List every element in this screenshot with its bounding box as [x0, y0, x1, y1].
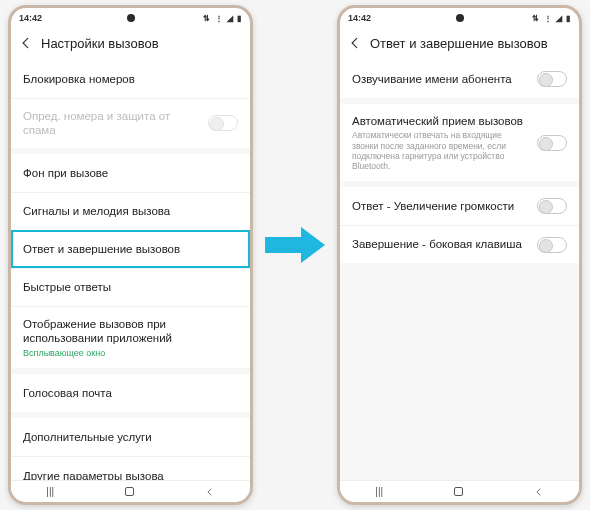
label: Ответ и завершение вызовов [23, 242, 238, 256]
arrow-icon [263, 225, 327, 265]
row-call-background[interactable]: Фон при вызове [11, 154, 250, 192]
page-title: Настройки вызовов [41, 36, 159, 51]
label: Голосовая почта [23, 386, 238, 400]
label: Блокировка номеров [23, 72, 238, 86]
status-time: 14:42 [348, 13, 371, 23]
row-auto-answer[interactable]: Автоматический прием вызовов Автоматичес… [340, 104, 579, 181]
title-bar: Настройки вызовов [11, 28, 250, 60]
toggle-volume-up[interactable] [537, 198, 567, 214]
settings-list[interactable]: Блокировка номеров Опред. номера и защит… [11, 60, 250, 480]
back-icon[interactable] [17, 34, 35, 52]
label: Дополнительные услуги [23, 430, 238, 444]
nav-back-icon[interactable] [205, 487, 215, 497]
phone-right: 14:42 ⇅ ⋮ ◢ ▮ Ответ и завершение вызовов… [337, 5, 582, 505]
label: Озвучивание имени абонента [352, 72, 529, 86]
nav-back-icon[interactable] [534, 487, 544, 497]
title-bar: Ответ и завершение вызовов [340, 28, 579, 60]
status-icons: ⇅ ⋮ ◢ ▮ [203, 14, 242, 23]
label: Опред. номера и защита от спама [23, 109, 200, 138]
row-other-params[interactable]: Другие параметры вызова [11, 456, 250, 480]
row-block-numbers[interactable]: Блокировка номеров [11, 60, 250, 98]
label: Другие параметры вызова [23, 469, 238, 480]
row-spam-protection: Опред. номера и защита от спама [11, 98, 250, 148]
front-camera [456, 14, 464, 22]
row-answer-volume-up[interactable]: Ответ - Увеличение громкости [340, 187, 579, 225]
page-title: Ответ и завершение вызовов [370, 36, 548, 51]
sublabel: Автоматически отвечать на входящие звонк… [352, 130, 529, 171]
nav-bar: ||| [340, 480, 579, 502]
row-voicemail[interactable]: Голосовая почта [11, 374, 250, 412]
row-announce-caller[interactable]: Озвучивание имени абонента [340, 60, 579, 98]
toggle-spam [208, 115, 238, 131]
row-answer-end-calls[interactable]: Ответ и завершение вызовов [11, 230, 250, 268]
nav-recents-icon[interactable]: ||| [375, 486, 383, 497]
phone-left: 14:42 ⇅ ⋮ ◢ ▮ Настройки вызовов Блокиров… [8, 5, 253, 505]
front-camera [127, 14, 135, 22]
toggle-auto-answer[interactable] [537, 135, 567, 151]
label: Автоматический прием вызовов [352, 114, 529, 128]
label: Отображение вызовов при использовании пр… [23, 317, 238, 346]
settings-list[interactable]: Озвучивание имени абонента Автоматически… [340, 60, 579, 480]
status-time: 14:42 [19, 13, 42, 23]
label: Сигналы и мелодия вызова [23, 204, 238, 218]
nav-home-icon[interactable] [454, 487, 463, 496]
row-extra-services[interactable]: Дополнительные услуги [11, 418, 250, 456]
label: Быстрые ответы [23, 280, 238, 294]
row-call-display[interactable]: Отображение вызовов при использовании пр… [11, 306, 250, 369]
row-quick-replies[interactable]: Быстрые ответы [11, 268, 250, 306]
label: Ответ - Увеличение громкости [352, 199, 529, 213]
nav-recents-icon[interactable]: ||| [46, 486, 54, 497]
row-ringtones[interactable]: Сигналы и мелодия вызова [11, 192, 250, 230]
back-icon[interactable] [346, 34, 364, 52]
row-end-side-key[interactable]: Завершение - боковая клавиша [340, 225, 579, 263]
toggle-side-key[interactable] [537, 237, 567, 253]
label: Фон при вызове [23, 166, 238, 180]
sublabel: Всплывающее окно [23, 348, 238, 359]
label: Завершение - боковая клавиша [352, 237, 529, 251]
status-icons: ⇅ ⋮ ◢ ▮ [532, 14, 571, 23]
toggle-announce[interactable] [537, 71, 567, 87]
nav-home-icon[interactable] [125, 487, 134, 496]
nav-bar: ||| [11, 480, 250, 502]
